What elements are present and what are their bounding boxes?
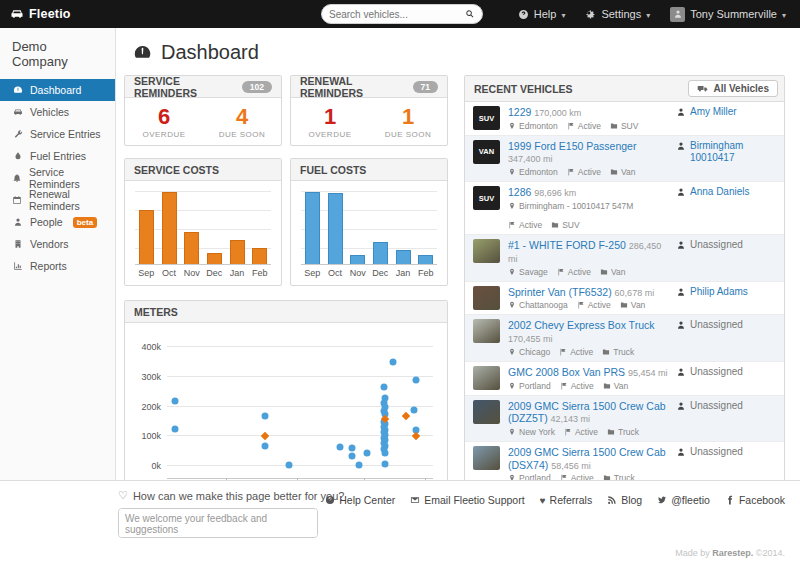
vehicle-meta: PortlandActiveVan: [508, 381, 668, 391]
footer-link-help-center[interactable]: Help Center: [325, 494, 395, 506]
vehicle-link[interactable]: 2002 Chevy Express Box Truck: [508, 319, 654, 331]
page-footer: ♡ How can we make this page better for y…: [0, 480, 800, 568]
vehicle-link[interactable]: 1286: [508, 186, 531, 198]
vehicle-row[interactable]: 2009 GMC Sierra 1500 Crew Cab (DZZ5T) 42…: [465, 396, 784, 442]
footer-link--fleetio[interactable]: @fleetio: [657, 494, 710, 506]
company-name: Demo Company: [0, 28, 115, 79]
vehicle-row[interactable]: SUV1229 170,000 kmEdmontonActiveSUVAmy M…: [465, 102, 784, 136]
sidebar-item-vehicles[interactable]: Vehicles: [0, 101, 115, 123]
recent-vehicles-panel: RECENT VEHICLES All Vehicles SUV1229 170…: [464, 75, 785, 480]
y-tick-label: 400k: [141, 342, 161, 352]
panel-header: SERVICE REMINDERS 102: [125, 76, 281, 98]
fleetio-logo[interactable]: Fleetio: [0, 7, 116, 21]
sidebar-item-service-entries[interactable]: Service Entries: [0, 123, 115, 145]
group-folder-icon: [610, 168, 618, 176]
top-navbar: Fleetio Help ▾ Settings ▾ Tony Summervil…: [0, 0, 800, 28]
operator-person-icon: [676, 320, 686, 356]
vehicle-link[interactable]: Sprinter Van (TF6532): [508, 286, 612, 298]
sidebar-item-vendors[interactable]: Vendors: [0, 233, 115, 255]
vehicle-meta: EdmontonActiveSUV: [508, 121, 668, 131]
vehicle-operator[interactable]: Philip Adams: [690, 286, 748, 311]
sidebar-item-people[interactable]: Peoplebeta: [0, 211, 115, 233]
help-menu[interactable]: Help ▾: [518, 8, 566, 20]
vehicle-photo: [473, 400, 500, 424]
sidebar-item-label: Service Reminders: [29, 166, 103, 190]
sidebar-item-dashboard[interactable]: Dashboard: [0, 79, 115, 101]
vehicle-row[interactable]: #1 - WHITE FORD F-250 286,450 miSavageAc…: [465, 235, 784, 282]
sidebar-item-reports[interactable]: Reports: [0, 255, 115, 277]
vehicle-row[interactable]: Sprinter Van (TF6532) 60,678 miChattanoo…: [465, 282, 784, 316]
y-tick-label: 100k: [141, 431, 161, 441]
settings-menu[interactable]: Settings ▾: [585, 8, 650, 20]
vehicle-row[interactable]: VAN1999 Ford E150 Passenger 347,400 miEd…: [465, 136, 784, 182]
x-tick-label: Sep: [135, 268, 158, 278]
search-input[interactable]: [329, 9, 465, 20]
vehicle-row[interactable]: 2002 Chevy Express Box Truck 170,455 miC…: [465, 315, 784, 361]
y-tick-label: 0k: [151, 461, 161, 471]
operator-person-icon: [676, 107, 686, 131]
search-icon[interactable]: [465, 9, 475, 19]
vehicle-link[interactable]: 1999 Ford E150 Passenger: [508, 140, 636, 152]
vehicle-operator[interactable]: Anna Daniels: [690, 186, 749, 230]
panel-title: RECENT VEHICLES: [474, 83, 688, 95]
group-folder-icon: [551, 221, 559, 229]
caret-down-icon: ▾: [561, 8, 565, 20]
service-overdue-count[interactable]: 6: [125, 105, 203, 129]
vehicle-meta: ChattanoogaActiveVan: [508, 300, 668, 310]
renewal-reminders-panel: RENEWAL REMINDERS 71 1 OVERDUE 1 DUE SOO…: [290, 75, 448, 146]
made-by[interactable]: Made by Rarestep. ©2014.: [675, 548, 785, 558]
y-tick-label: 300k: [141, 372, 161, 382]
user-menu[interactable]: Tony Summerville ▾: [670, 7, 786, 22]
vehicle-photo: [473, 286, 500, 310]
sidebar-item-renewal-reminders[interactable]: Renewal Reminders: [0, 189, 115, 211]
feedback-heading: How can we make this page better for you…: [133, 490, 345, 502]
scatter-point: [348, 445, 355, 452]
renewal-due-soon-count[interactable]: 1: [369, 105, 447, 129]
footer-link-label: Referrals: [550, 494, 593, 506]
vehicle-meta: ChicagoActiveTruck: [508, 347, 668, 357]
feedback-textarea[interactable]: [118, 508, 318, 538]
vehicle-row[interactable]: SUV1286 98,696 kmBirmingham - 10010417 5…: [465, 182, 784, 235]
question-circle-icon: [325, 495, 335, 505]
panel-title: RENEWAL REMINDERS: [300, 75, 406, 99]
footer-link-blog[interactable]: Blog: [607, 494, 642, 506]
vehicle-row[interactable]: 2009 GMC Sierra 1500 Crew Cab (DSX74) 58…: [465, 442, 784, 480]
vehicle-status: Active: [571, 473, 594, 480]
vehicle-link[interactable]: #1 - WHITE FORD F-250: [508, 239, 626, 251]
location-pin-icon: [508, 168, 516, 176]
renewal-overdue-count[interactable]: 1: [291, 105, 369, 129]
service-due-soon-count[interactable]: 4: [203, 105, 281, 129]
sidebar: Demo Company DashboardVehiclesService En…: [0, 28, 116, 480]
vehicle-row[interactable]: GMC 2008 Box Van PRS 95,454 miPortlandAc…: [465, 362, 784, 396]
scatter-point: [380, 384, 387, 391]
sidebar-item-fuel-entries[interactable]: Fuel Entries: [0, 145, 115, 167]
vehicle-operator[interactable]: Birmingham 10010417: [690, 140, 776, 177]
vehicle-operator[interactable]: Amy Miller: [690, 106, 737, 131]
vehicle-link[interactable]: GMC 2008 Box Van PRS: [508, 366, 625, 378]
footer-link-referrals[interactable]: ♥Referrals: [540, 494, 593, 506]
sidebar-item-service-reminders[interactable]: Service Reminders: [0, 167, 115, 189]
navbar-right: Help ▾ Settings ▾ Tony Summerville ▾: [518, 7, 800, 22]
all-vehicles-button[interactable]: All Vehicles: [688, 80, 778, 97]
vehicle-search[interactable]: [321, 4, 483, 24]
vehicle-location: Chicago: [519, 347, 550, 357]
person-icon: [12, 217, 23, 227]
vehicle-location: Edmonton: [519, 167, 558, 177]
status-flag-icon: [560, 382, 568, 390]
vehicle-photo: [473, 446, 500, 470]
vehicle-link[interactable]: 1229: [508, 106, 531, 118]
vehicle-status: Active: [519, 220, 542, 230]
facebook-icon: [725, 495, 735, 505]
footer-link-email-fleetio-support[interactable]: Email Fleetio Support: [410, 494, 524, 506]
vehicle-meter: 95,454 mi: [628, 368, 668, 378]
vehicle-meter: 98,696 km: [534, 188, 576, 198]
calendar-icon: [12, 195, 22, 205]
vehicle-status: Active: [570, 347, 593, 357]
report-chart-icon: [12, 261, 23, 271]
vehicle-photo: [473, 366, 500, 390]
bar: [207, 253, 222, 264]
bar: [418, 255, 433, 264]
user-avatar: [670, 7, 685, 22]
footer-link-facebook[interactable]: Facebook: [725, 494, 785, 506]
group-folder-icon: [600, 268, 608, 276]
